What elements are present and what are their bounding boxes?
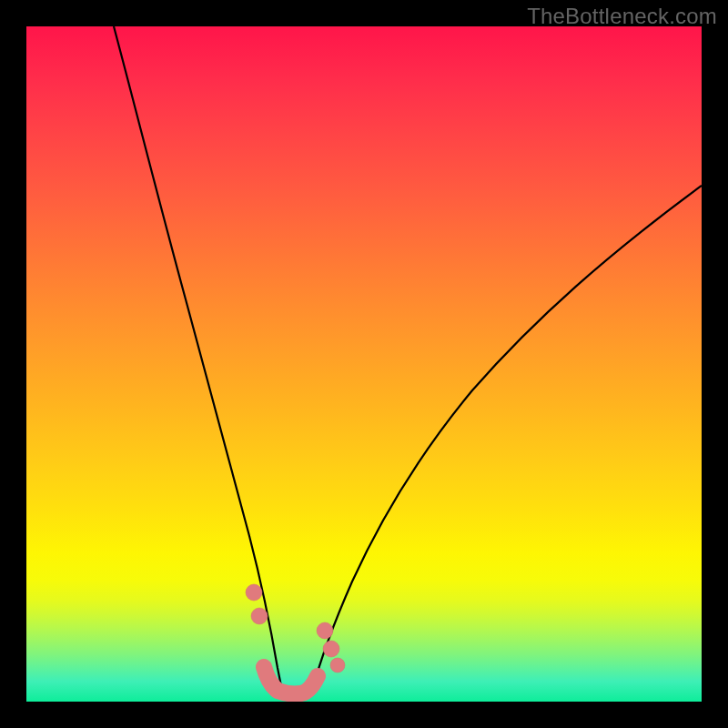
valley-marker-bar [264,667,318,694]
chart-frame: TheBottleneck.com [0,0,728,728]
curves-svg [26,26,702,702]
curve-marker [246,584,262,601]
plot-area [26,26,702,702]
curve-marker [330,658,345,672]
right-curve [312,186,702,691]
curve-marker [317,622,333,639]
curve-marker [251,608,268,624]
watermark-text: TheBottleneck.com [527,4,717,29]
curve-marker [323,641,339,657]
